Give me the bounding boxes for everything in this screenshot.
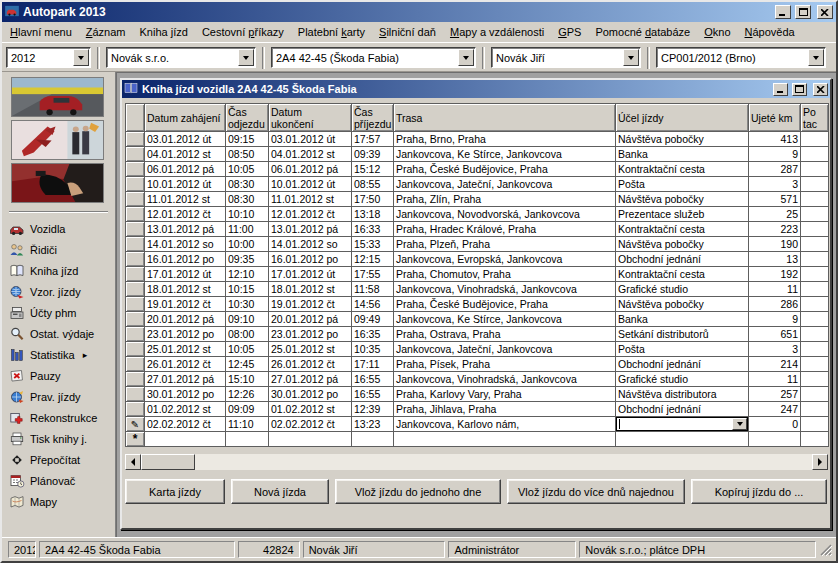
cell-cas-prijezdu[interactable]: 11:58	[352, 282, 394, 297]
cell-trasa[interactable]	[394, 432, 616, 447]
cell-po-tac[interactable]	[801, 372, 829, 387]
cell-datum-zahajeni[interactable]: 17.01.2012 út	[145, 267, 226, 282]
menu-pomocne-databaze[interactable]: Pomocné databáze	[588, 24, 697, 40]
row-selector-editing[interactable]: ✎	[126, 417, 145, 432]
cell-cas-odjezdu[interactable]: 12:26	[226, 387, 269, 402]
cell-ucel-jizdy[interactable]: Banka	[616, 147, 749, 162]
title-bar[interactable]: Autopark 2013	[2, 2, 836, 22]
cell-ucel-jizdy[interactable]: Obchodní jednání	[616, 252, 749, 267]
cell-cas-odjezdu[interactable]: 08:30	[226, 177, 269, 192]
row-selector[interactable]	[126, 222, 145, 237]
cell-ujete-km[interactable]: 287	[749, 162, 801, 177]
cell-ujete-km[interactable]: 651	[749, 327, 801, 342]
cell-datum-ukonceni[interactable]: 23.01.2012 po	[269, 327, 352, 342]
cell-ujete-km[interactable]: 214	[749, 357, 801, 372]
dropdown-arrow-icon[interactable]	[623, 49, 639, 66]
table-row[interactable]: 06.01.2012 pá10:0506.01.2012 pá15:12Prah…	[126, 162, 829, 177]
table-row[interactable]: 27.01.2012 pá15:1027.01.2012 pá16:55Jank…	[126, 372, 829, 387]
cell-ucel-jizdy[interactable]: Návštěva pobočky	[616, 297, 749, 312]
cell-trasa[interactable]: Jankovcova, Evropská, Jankovcova	[394, 252, 616, 267]
col-datum-ukonceni[interactable]: Datum ukončení	[269, 104, 352, 132]
cell-po-tac[interactable]	[801, 162, 829, 177]
cell-cas-odjezdu[interactable]: 12:10	[226, 267, 269, 282]
cell-trasa[interactable]: Praha, Písek, Praha	[394, 357, 616, 372]
cell-datum-ukonceni[interactable]: 04.01.2012 st	[269, 147, 352, 162]
cell-datum-zahajeni[interactable]: 12.01.2012 čt	[145, 207, 226, 222]
cell-datum-ukonceni[interactable]: 13.01.2012 pá	[269, 222, 352, 237]
cell-po-tac[interactable]	[801, 177, 829, 192]
row-selector[interactable]	[126, 267, 145, 282]
cell-cas-prijezdu[interactable]: 08:55	[352, 177, 394, 192]
cell-datum-ukonceni[interactable]: 10.01.2012 út	[269, 177, 352, 192]
sidebar-item-tisk-knihy-j[interactable]: Tisk knihy j.	[2, 428, 115, 449]
sidebar-item-rekonstrukce[interactable]: Rekonstrukce	[2, 407, 115, 428]
col-ucel-jizdy[interactable]: Účel jízdy	[616, 104, 749, 132]
cell-ujete-km[interactable]: 223	[749, 222, 801, 237]
cell-ucel-jizdy[interactable]: Pošta	[616, 342, 749, 357]
resize-grip[interactable]	[819, 543, 832, 558]
col-cas-prijezdu[interactable]: Čas příjezdu	[352, 104, 394, 132]
sidebar-item-kniha-jizd[interactable]: Kniha jízd	[2, 260, 115, 281]
cell-trasa[interactable]: Praha, České Budějovice, Praha	[394, 297, 616, 312]
menu-silnicni-dan[interactable]: Silniční daň	[372, 24, 443, 40]
table-row[interactable]: 26.01.2012 čt12:4526.01.2012 čt17:11Prah…	[126, 357, 829, 372]
row-selector[interactable]	[126, 327, 145, 342]
cell-datum-zahajeni[interactable]: 11.01.2012 st	[145, 192, 226, 207]
cell-cas-odjezdu[interactable]: 10:10	[226, 207, 269, 222]
scroll-left-button[interactable]	[125, 454, 141, 470]
cell-ujete-km[interactable]	[749, 432, 801, 447]
cell-cas-prijezdu[interactable]: 12:39	[352, 402, 394, 417]
cell-datum-ukonceni[interactable]: 17.01.2012 út	[269, 267, 352, 282]
cell-ujete-km[interactable]: 257	[749, 387, 801, 402]
cell-cas-odjezdu[interactable]: 10:00	[226, 237, 269, 252]
cell-cas-odjezdu[interactable]	[226, 432, 269, 447]
cell-trasa[interactable]: Praha, Karlovy Vary, Praha	[394, 387, 616, 402]
cell-trasa[interactable]: Jankovcova, Novodvorská, Jankovcova	[394, 207, 616, 222]
row-selector[interactable]	[126, 312, 145, 327]
row-selector[interactable]	[126, 162, 145, 177]
cell-ujete-km[interactable]: 9	[749, 312, 801, 327]
cell-ucel-jizdy[interactable]: Návštěva pobočky	[616, 132, 749, 147]
cell-trasa[interactable]: Jankovcova, Vinohradská, Jankovcova	[394, 282, 616, 297]
cell-datum-ukonceni[interactable]: 19.01.2012 čt	[269, 297, 352, 312]
cell-ujete-km[interactable]: 13	[749, 252, 801, 267]
cell-po-tac[interactable]	[801, 312, 829, 327]
cell-cas-odjezdu[interactable]: 10:15	[226, 282, 269, 297]
cell-trasa[interactable]: Praha, Zlín, Praha	[394, 192, 616, 207]
row-selector[interactable]	[126, 402, 145, 417]
cell-po-tac[interactable]	[801, 207, 829, 222]
cell-cas-odjezdu[interactable]: 11:00	[226, 222, 269, 237]
dropdown-arrow-icon[interactable]	[238, 49, 254, 66]
row-selector[interactable]	[126, 177, 145, 192]
cell-ujete-km[interactable]: 25	[749, 207, 801, 222]
horizontal-scrollbar[interactable]	[125, 454, 828, 470]
cell-po-tac[interactable]	[801, 417, 829, 432]
cell-datum-zahajeni[interactable]: 10.01.2012 út	[145, 177, 226, 192]
cell-po-tac[interactable]	[801, 282, 829, 297]
row-selector[interactable]	[126, 357, 145, 372]
sidebar-item-statistika[interactable]: Statistika▸	[2, 344, 115, 365]
cell-ucel-jizdy[interactable]: Obchodní jednání	[616, 357, 749, 372]
cell-ujete-km[interactable]: 286	[749, 297, 801, 312]
cell-datum-zahajeni[interactable]	[145, 432, 226, 447]
cell-datum-ukonceni[interactable]	[269, 432, 352, 447]
cell-datum-zahajeni[interactable]: 25.01.2012 st	[145, 342, 226, 357]
cell-datum-ukonceni[interactable]: 14.01.2012 so	[269, 237, 352, 252]
cell-cas-prijezdu[interactable]: 16:33	[352, 222, 394, 237]
cell-datum-ukonceni[interactable]: 30.01.2012 po	[269, 387, 352, 402]
cell-cas-prijezdu[interactable]: 15:12	[352, 162, 394, 177]
cell-datum-zahajeni[interactable]: 30.01.2012 po	[145, 387, 226, 402]
cell-cas-prijezdu[interactable]: 17:57	[352, 132, 394, 147]
menu-okno[interactable]: Okno	[697, 24, 737, 40]
cell-datum-ukonceni[interactable]: 16.01.2012 po	[269, 252, 352, 267]
sidebar-item-ucty-phm[interactable]: Účty phm	[2, 302, 115, 323]
sidebar-item-vozidla[interactable]: Vozidla	[2, 218, 115, 239]
cell-po-tac[interactable]	[801, 387, 829, 402]
cell-datum-ukonceni[interactable]: 27.01.2012 pá	[269, 372, 352, 387]
table-row[interactable]: 01.02.2012 st09:0901.02.2012 st12:39Prah…	[126, 402, 829, 417]
sidebar-item-pauzy[interactable]: Pauzy	[2, 365, 115, 386]
cell-po-tac[interactable]	[801, 237, 829, 252]
cell-cas-odjezdu[interactable]: 08:30	[226, 192, 269, 207]
col-datum-zahajeni[interactable]: Datum zahájení	[145, 104, 226, 132]
cell-ucel-jizdy[interactable]: Grafické studio	[616, 282, 749, 297]
